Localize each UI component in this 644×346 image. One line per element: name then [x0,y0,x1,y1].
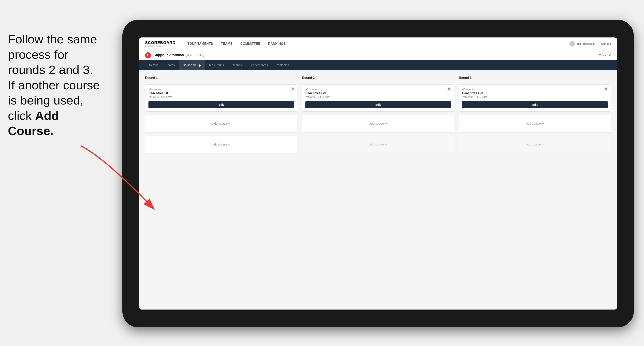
round-3-edit-button[interactable]: Edit [462,101,608,108]
round-1-title: Round 1 [145,76,297,80]
nav-teams[interactable]: TEAMS [217,37,236,50]
round-1-add-course-1[interactable]: Add Course + [145,115,297,133]
round-2-add-course-2: Add Course + [302,136,454,153]
tablet-frame: SCOREBOARD Powered by clippd TOURNAMENTS… [122,20,634,327]
tab-details[interactable]: Details [145,60,162,70]
round-2-edit-button[interactable]: Edit [306,101,451,108]
plus-icon-4: + [385,143,387,146]
plus-icon: + [228,122,230,125]
plus-icon-5: + [542,122,544,125]
round-3-title: Round 3 [459,76,611,80]
sign-out-link[interactable]: Sign out [601,42,611,45]
nav-separator: | [598,42,598,45]
nav-links: TOURNAMENTS TEAMS COMMITTEE RANKINGS [184,37,569,50]
sub-header: C Clippd Invitational (Men) Hosting Canc… [139,50,617,60]
round-3-add-course-2: Add Course + [459,136,611,153]
tab-course-setup[interactable]: Course Setup [179,60,205,70]
round-2-course-card: ⊠ (Course A) Peachtree GC Yellow (M) (66… [302,84,454,112]
round-3-column: Round 3 ⊠ (Course A) Peachtree GC Yellow… [459,76,611,153]
avatar [569,41,575,46]
tab-results[interactable]: Results [228,60,246,70]
round-3-delete-icon[interactable]: ⊠ [604,87,608,91]
tab-tee-groups[interactable]: Tee Groups [205,60,228,70]
round-2-column: Round 2 ⊠ (Course A) Peachtree GC Yellow… [302,76,454,153]
round-3-course-card: ⊠ (Course A) Peachtree GC Yellow (M) (66… [459,84,611,112]
round-1-course-card: ⊠ (Course A) Peachtree GC Yellow (M) (66… [145,84,297,112]
tab-bar: Details Teams Course Setup Tee Groups Re… [139,60,617,70]
plus-icon-2: + [228,143,230,146]
rounds-container: Round 1 ⊠ (Course A) Peachtree GC Yellow… [145,76,611,153]
main-content: Round 1 ⊠ (Course A) Peachtree GC Yellow… [139,70,617,310]
tournament-status: Hosting [196,54,204,57]
round-2-course-name: Peachtree GC [306,91,451,95]
tab-printables[interactable]: Printables [272,60,293,70]
user-email: blair@clippd.io [577,42,596,45]
nav-rankings[interactable]: RANKINGS [264,37,290,50]
round-1-delete-icon[interactable]: ⊠ [290,87,295,91]
nav-right: blair@clippd.io | Sign out [569,41,611,46]
tournament-logo: C [145,52,151,58]
round-1-edit-button[interactable]: Edit [148,101,294,108]
tablet-screen: SCOREBOARD Powered by clippd TOURNAMENTS… [139,37,617,310]
tab-teams[interactable]: Teams [162,60,179,70]
round-1-add-course-2[interactable]: Add Course + [145,136,297,153]
round-2-add-course-1[interactable]: Add Course + [302,115,454,133]
round-3-course-label: (Course A) [462,88,608,91]
round-3-course-name: Peachtree GC [462,91,608,95]
scoreboard-logo-sub: Powered by clippd [145,45,176,47]
tab-leaderboards[interactable]: Leaderboards [246,60,272,70]
scoreboard-logo: SCOREBOARD Powered by clippd [145,40,176,47]
round-2-course-tee: Yellow (M) (6629 yds) [306,95,451,98]
round-2-title: Round 2 [302,76,454,80]
nav-committee[interactable]: COMMITTEE [236,37,264,50]
nav-tournaments[interactable]: TOURNAMENTS [184,37,217,50]
round-1-course-name: Peachtree GC [148,91,294,95]
round-2-delete-icon[interactable]: ⊠ [447,87,452,91]
instruction-text: Follow the same process for rounds 2 and… [0,31,114,139]
round-1-course-tee: Yellow (M) (6629 yds) [148,95,294,98]
round-1-column: Round 1 ⊠ (Course A) Peachtree GC Yellow… [145,76,297,153]
round-2-course-label: (Course A) [306,88,451,91]
round-1-course-label: (Course A) [148,88,294,91]
round-3-course-tee: Yellow (M) (6629 yds) [462,95,608,98]
cancel-button[interactable]: Cancel ✕ [599,54,611,57]
tournament-name: Clippd Invitational [154,53,184,57]
round-3-add-course-1[interactable]: Add Course + [459,115,611,133]
plus-icon-6: + [542,143,544,146]
top-nav: SCOREBOARD Powered by clippd TOURNAMENTS… [139,37,617,50]
scoreboard-logo-title: SCOREBOARD [145,40,176,45]
tournament-badge: (Men) [186,54,192,57]
plus-icon-3: + [385,122,387,125]
